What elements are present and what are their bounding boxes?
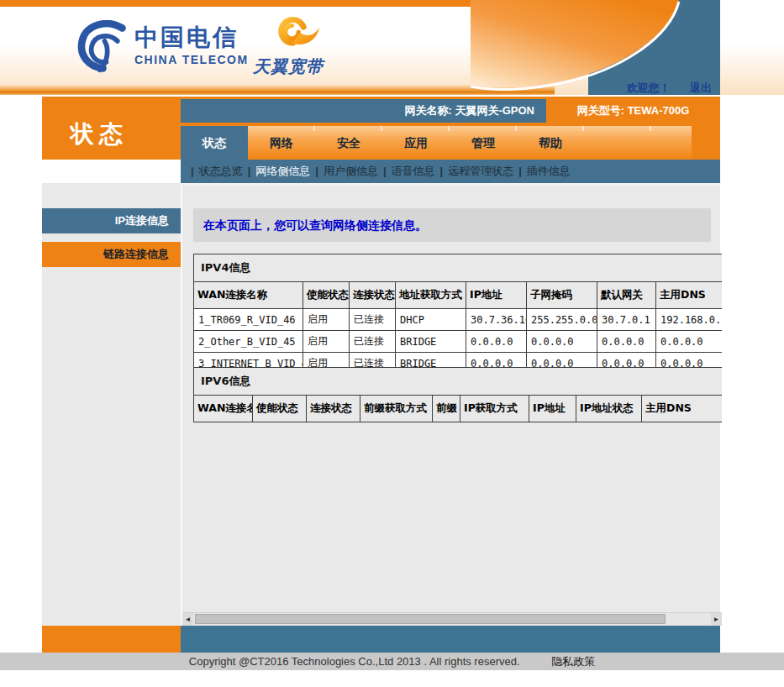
table-cell: 已连接 (350, 309, 396, 331)
welcome-label: 欢迎您！ (626, 81, 670, 94)
column-header: 连接状态 (350, 282, 396, 309)
table-cell: 30.7.36.165 (466, 309, 527, 331)
column-header: 前缀获取方式 (360, 396, 433, 422)
table-cell: DHCP (396, 309, 466, 331)
intro-message: 在本页面上，您可以查询网络侧连接信息。 (193, 208, 711, 242)
horizontal-scrollbar[interactable]: ◄ ► (182, 612, 722, 626)
table-row: 1_TR069_R_VID_46启用已连接DHCP30.7.36.165255.… (194, 309, 723, 331)
info-table: IPV4信息WAN连接名称使能状态连接状态地址获取方式IP地址子网掩码默认网关主… (193, 254, 722, 375)
column-header: 连接状态 (307, 396, 360, 422)
ipv6-table-wrapper: IPV6信息WAN连接名称使能状态连接状态前缀获取方式前缀IP获取方式IP地址I… (193, 367, 722, 422)
tab-0[interactable]: 状态 (181, 126, 248, 160)
table-cell: 启用 (303, 309, 350, 331)
tab-bar: 状态网络安全应用管理帮助 (181, 126, 692, 160)
tab-1[interactable]: 网络 (248, 126, 315, 160)
subnav-item-2[interactable]: 用户侧信息 (324, 165, 378, 177)
table-cell: 30.7.0.1 (597, 309, 656, 331)
table-title: IPV6信息 (194, 368, 723, 396)
tianyi-broadband-icon (267, 12, 321, 54)
info-table: IPV6信息WAN连接名称使能状态连接状态前缀获取方式前缀IP获取方式IP地址I… (193, 367, 722, 422)
tab-4[interactable]: 管理 (450, 126, 517, 160)
column-header: IP地址 (529, 396, 576, 422)
column-header: IP地址 (466, 282, 527, 309)
main-content: 在本页面上，您可以查询网络侧连接信息。 IPV4信息WAN连接名称使能状态连接状… (181, 183, 720, 626)
column-header: 主用DNS (642, 396, 723, 422)
column-header: IP获取方式 (460, 396, 529, 422)
column-header: 前缀 (433, 396, 460, 422)
scroll-left-arrow-icon[interactable]: ◄ (182, 613, 193, 626)
column-header: 子网掩码 (527, 282, 597, 309)
column-header: 地址获取方式 (396, 282, 466, 309)
scroll-right-arrow-icon[interactable]: ► (711, 613, 722, 626)
tab-3[interactable]: 应用 (382, 126, 450, 160)
banner: 状态 网关名称: 天翼网关-GPON 网关型号: TEWA-700G 状态网络安… (42, 97, 720, 160)
table-cell: 0.0.0.0 (527, 331, 597, 353)
ipv4-table-wrapper: IPV4信息WAN连接名称使能状态连接状态地址获取方式IP地址子网掩码默认网关主… (193, 254, 722, 375)
subnav-separator: | (383, 165, 387, 177)
bottom-bar-blue (181, 626, 720, 653)
table-cell: 255.255.0.0 (527, 309, 597, 331)
column-header: WAN连接名称 (194, 396, 253, 422)
footer: Copyright @CT2016 Technologies Co.,Ltd 2… (0, 653, 784, 670)
subnav-separator: | (191, 165, 194, 177)
subnav-item-3[interactable]: 语音信息 (392, 165, 435, 177)
china-telecom-logo-icon (77, 20, 132, 75)
subnav-item-4[interactable]: 远程管理状态 (448, 165, 513, 177)
table-cell: 0.0.0.0 (597, 331, 656, 353)
column-header: 使能状态 (303, 282, 350, 309)
table-cell: 2_Other_B_VID_45 (194, 331, 303, 353)
sidebar-item-0[interactable]: IP连接信息 (42, 208, 181, 233)
table-title: IPV4信息 (194, 254, 723, 282)
gateway-model-label: 网关型号: TEWA-700G (546, 99, 720, 123)
tab-2[interactable]: 安全 (315, 126, 382, 160)
table-cell: BRIDGE (396, 331, 466, 353)
header: 中国电信 CHINA TELECOM 天翼宽带 欢迎您！ 退出 (0, 0, 784, 95)
broadband-text: 天翼宽带 (253, 55, 324, 78)
table-cell: 192.168.0.3 (656, 309, 723, 331)
column-header: 主用DNS (656, 282, 723, 309)
privacy-policy-link[interactable]: 隐私政策 (551, 655, 595, 668)
column-header: 使能状态 (253, 396, 307, 422)
scrollbar-thumb[interactable] (195, 614, 666, 624)
subnav-separator: | (440, 165, 444, 177)
table-cell: 0.0.0.0 (656, 331, 723, 353)
table-cell: 0.0.0.0 (466, 331, 527, 353)
table-cell: 启用 (303, 331, 350, 353)
logout-link[interactable]: 退出 (690, 81, 712, 94)
column-header: WAN连接名称 (194, 282, 303, 309)
sidebar-item-1[interactable]: 链路连接信息 (42, 242, 181, 267)
copyright-text: Copyright @CT2016 Technologies Co.,Ltd 2… (189, 655, 520, 668)
subnav-item-5[interactable]: 插件信息 (527, 165, 571, 177)
subnav-separator: | (315, 165, 318, 177)
table-cell: 1_TR069_R_VID_46 (194, 309, 303, 331)
column-header: IP地址状态 (576, 396, 642, 422)
table-cell: 已连接 (350, 331, 396, 353)
subnav-separator: | (248, 165, 251, 177)
table-row: 2_Other_B_VID_45启用已连接BRIDGE0.0.0.00.0.0.… (194, 331, 723, 353)
subnav-item-0[interactable]: 状态总览 (199, 165, 243, 177)
sidebar: IP连接信息链路连接信息 (42, 183, 181, 626)
bottom-bar-orange (42, 626, 181, 653)
router-admin-page: 中国电信 CHINA TELECOM 天翼宽带 欢迎您！ 退出 状态 网关名称:… (0, 0, 784, 687)
subnav-separator: | (518, 165, 522, 177)
page-title: 状态 (42, 97, 181, 160)
logo-text-en: CHINA TELECOM (134, 53, 249, 66)
welcome-bar: 欢迎您！ 退出 (580, 81, 720, 95)
logo-text-cn: 中国电信 (134, 22, 239, 54)
column-header: 默认网关 (597, 282, 656, 309)
subnav-item-1[interactable]: 网络侧信息 (255, 165, 310, 177)
gateway-name-label: 网关名称: 天翼网关-GPON (181, 99, 546, 123)
subnav-bar: |状态总览|网络侧信息|用户侧信息|语音信息|远程管理状态|插件信息 (181, 160, 720, 183)
tab-5[interactable]: 帮助 (517, 126, 584, 160)
